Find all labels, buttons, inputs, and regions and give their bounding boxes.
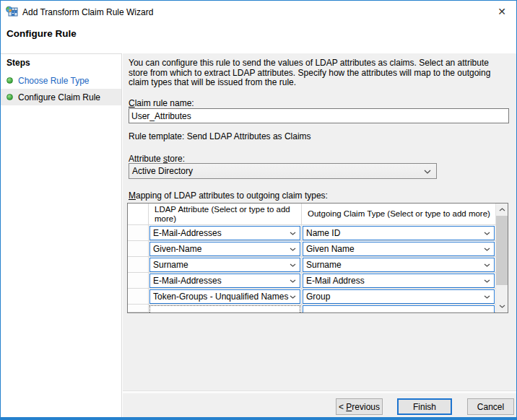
label-text: apping of LDAP attributes to outgoing cl… bbox=[136, 191, 328, 201]
chevron-down-icon bbox=[290, 263, 296, 267]
table-row-partial bbox=[128, 305, 495, 312]
combo-value: E-Mail Address bbox=[306, 276, 365, 286]
row-header-cell bbox=[128, 204, 149, 225]
grid-cell: E-Mail-Addresses bbox=[149, 273, 302, 289]
outgoing-claim-type-column-header[interactable]: Outgoing Claim Type (Select or type to a… bbox=[302, 204, 495, 225]
grid-cell: Surname bbox=[149, 257, 302, 273]
previous-button[interactable]: < Previous bbox=[336, 398, 383, 415]
grid-cell: Given-Name bbox=[149, 241, 302, 257]
finish-button[interactable]: Finish bbox=[397, 398, 452, 415]
row-header-cell[interactable] bbox=[128, 225, 149, 241]
page-title: Configure Rule bbox=[6, 28, 77, 39]
combo-value: Given Name bbox=[306, 244, 355, 254]
access-key: M bbox=[129, 191, 136, 201]
grid-cell bbox=[302, 305, 495, 312]
grid-cell: E-Mail-Addresses bbox=[149, 225, 302, 241]
chevron-down-icon bbox=[424, 170, 431, 174]
chevron-down-icon bbox=[290, 232, 296, 235]
table-row: Token-Groups - Unqualified Names Group bbox=[128, 289, 495, 305]
steps-header: Steps bbox=[6, 58, 30, 68]
chevron-down-icon bbox=[484, 279, 490, 283]
claim-rule-name-label: Claim rule name: bbox=[129, 98, 194, 108]
attribute-store-value: Active Directory bbox=[132, 166, 193, 176]
button-text: < bbox=[339, 402, 346, 412]
scroll-up-icon[interactable] bbox=[496, 204, 508, 216]
grid-cell: Group bbox=[302, 289, 495, 305]
row-header-cell[interactable] bbox=[128, 273, 149, 289]
rule-template-text: Rule template: Send LDAP Attributes as C… bbox=[129, 131, 311, 141]
sidebar-item-configure-claim-rule[interactable]: Configure Claim Rule bbox=[1, 89, 121, 105]
chevron-down-icon bbox=[484, 295, 490, 299]
step-label: Choose Rule Type bbox=[18, 76, 90, 86]
cancel-button[interactable]: Cancel bbox=[467, 398, 514, 415]
chevron-down-icon bbox=[484, 232, 490, 235]
column-header-text: LDAP Attribute (Select or type to add mo… bbox=[149, 204, 301, 223]
grid-cell: Token-Groups - Unqualified Names bbox=[149, 289, 302, 305]
ldap-attribute-select-0[interactable]: E-Mail-Addresses bbox=[149, 226, 300, 240]
step-label: Configure Claim Rule bbox=[18, 92, 100, 102]
scrollbar-thumb[interactable] bbox=[496, 216, 508, 285]
table-scrollbar[interactable] bbox=[495, 204, 508, 312]
table-row: Surname Surname bbox=[128, 257, 495, 273]
outgoing-claim-select-1[interactable]: Given Name bbox=[303, 242, 495, 256]
outgoing-claim-select-4[interactable]: Group bbox=[303, 289, 495, 304]
wizard-app-icon bbox=[6, 6, 18, 18]
table-header-row: LDAP Attribute (Select or type to add mo… bbox=[128, 204, 495, 225]
combo-value: Token-Groups - Unqualified Names bbox=[153, 292, 288, 302]
combo-value: E-Mail-Addresses bbox=[153, 228, 222, 238]
ldap-attribute-select-2[interactable]: Surname bbox=[149, 258, 300, 272]
label-text: laim rule name: bbox=[135, 98, 194, 108]
close-icon[interactable]: ✕ bbox=[487, 1, 516, 22]
claim-rule-name-input[interactable] bbox=[129, 108, 509, 123]
outgoing-claim-select-new[interactable] bbox=[303, 305, 495, 312]
sidebar-item-choose-rule-type[interactable]: Choose Rule Type bbox=[1, 72, 121, 89]
grid-cell: E-Mail Address bbox=[302, 273, 495, 289]
outgoing-claim-select-2[interactable]: Surname bbox=[303, 258, 495, 272]
chevron-down-icon bbox=[484, 248, 490, 251]
chevron-down-icon bbox=[290, 295, 296, 299]
outgoing-claim-select-3[interactable]: E-Mail Address bbox=[303, 274, 495, 288]
chevron-down-icon bbox=[290, 279, 296, 283]
ldap-attribute-column-header[interactable]: LDAP Attribute (Select or type to add mo… bbox=[149, 204, 302, 225]
column-header-text: Outgoing Claim Type (Select or type to a… bbox=[302, 204, 495, 219]
grid-cell: Name ID bbox=[302, 225, 495, 241]
combo-value: E-Mail-Addresses bbox=[153, 276, 222, 286]
grid-cell: Given Name bbox=[302, 241, 495, 257]
combo-value: Group bbox=[306, 292, 330, 302]
combo-value: Name ID bbox=[306, 228, 340, 238]
steps-sidebar: Steps Choose Rule Type Configure Claim R… bbox=[1, 53, 122, 417]
row-header-cell[interactable] bbox=[128, 257, 149, 273]
wizard-content-panel: You can configure this rule to send the … bbox=[123, 53, 516, 391]
ldap-attribute-select-4[interactable]: Token-Groups - Unqualified Names bbox=[149, 289, 300, 304]
step-completed-icon bbox=[6, 77, 13, 84]
row-header-cell[interactable] bbox=[128, 305, 149, 312]
grid-cell: Surname bbox=[302, 257, 495, 273]
row-header-cell[interactable] bbox=[128, 289, 149, 305]
table-row: E-Mail-Addresses E-Mail Address bbox=[128, 273, 495, 289]
combo-value: Given-Name bbox=[153, 244, 201, 254]
attribute-store-select[interactable]: Active Directory bbox=[129, 163, 437, 179]
mapping-table: LDAP Attribute (Select or type to add mo… bbox=[127, 203, 508, 313]
ldap-attribute-select-new[interactable] bbox=[149, 305, 300, 312]
window-title: Add Transform Claim Rule Wizard bbox=[22, 1, 153, 24]
outgoing-claim-select-0[interactable]: Name ID bbox=[303, 226, 495, 240]
chevron-down-icon bbox=[484, 263, 490, 267]
step-completed-icon bbox=[6, 94, 13, 100]
ldap-attribute-select-1[interactable]: Given-Name bbox=[149, 242, 300, 256]
rule-description-text: You can configure this rule to send the … bbox=[129, 58, 508, 88]
grid-cell bbox=[149, 305, 302, 312]
scroll-down-icon[interactable] bbox=[496, 300, 508, 312]
button-bar: < Previous Finish Cancel bbox=[123, 393, 516, 417]
attribute-store-label: Attribute store: bbox=[129, 154, 185, 164]
label-text: tore: bbox=[168, 154, 185, 164]
button-text: revious bbox=[352, 402, 380, 412]
wizard-window: Add Transform Claim Rule Wizard ✕ Config… bbox=[0, 0, 517, 420]
combo-value: Surname bbox=[306, 260, 342, 270]
mapping-label: Mapping of LDAP attributes to outgoing c… bbox=[129, 191, 328, 201]
row-header-cell[interactable] bbox=[128, 241, 149, 257]
label-text: Attribute bbox=[129, 154, 163, 164]
access-key: C bbox=[129, 98, 135, 108]
ldap-attribute-select-3[interactable]: E-Mail-Addresses bbox=[149, 274, 300, 288]
table-row: Given-Name Given Name bbox=[128, 241, 495, 257]
chevron-down-icon bbox=[290, 248, 296, 251]
